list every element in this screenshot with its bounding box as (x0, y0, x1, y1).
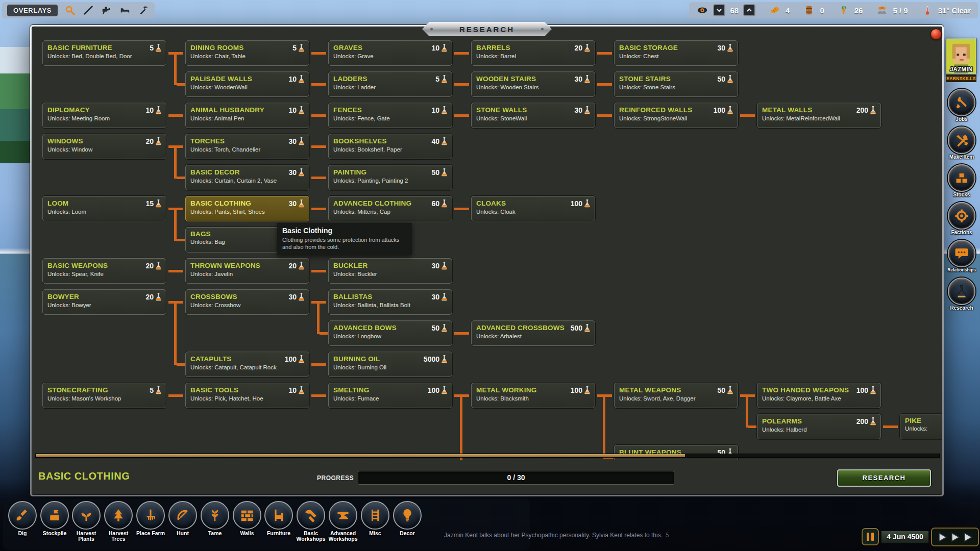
food-icon (769, 4, 781, 16)
date-display: 4 Jun 4500 (881, 531, 929, 543)
research-node-stone_walls[interactable]: STONE WALLS30Unlocks: StoneWall (471, 103, 595, 128)
research-node-barrels[interactable]: BARRELS20Unlocks: Barrel (471, 40, 595, 66)
research-node-pike[interactable]: PIKEUnlocks: (900, 414, 942, 439)
research-node-palisade_walls[interactable]: PALISADE WALLS10Unlocks: WoodenWall (185, 71, 309, 97)
research-node-fences[interactable]: FENCES10Unlocks: Fence, Gate (328, 103, 452, 128)
research-node-bowyer[interactable]: BOWYER20Unlocks: Bowyer (42, 289, 166, 315)
speed-1-button[interactable] (936, 531, 948, 543)
research-node-basic_tools[interactable]: BASIC TOOLS10Unlocks: Pick, Hatchet, Hoe (185, 383, 309, 408)
jobs-icon (954, 95, 969, 110)
research-node-basic_weapons[interactable]: BASIC WEAPONS20Unlocks: Spear, Knife (42, 258, 166, 284)
hammer-icon (303, 508, 318, 523)
furniture-overlay-icon[interactable] (119, 4, 131, 16)
research-node-thrown_weapons[interactable]: THROWN WEAPONS20Unlocks: Javelin (185, 258, 309, 284)
research-node-reinforced_walls[interactable]: REINFORCED WALLS100Unlocks: StrongStoneW… (614, 103, 738, 128)
sidebar-item-relationships[interactable]: Relationships (944, 240, 979, 272)
research-cost: 5000 (424, 355, 448, 363)
notification-text[interactable]: Jazmin Kent talks about her Psychopathic… (444, 532, 679, 539)
research-node-painting[interactable]: PAINTING50Unlocks: Painting, Painting 2 (328, 165, 452, 190)
research-cost: 10 (288, 106, 305, 114)
research-node-crossbows[interactable]: CROSSBOWS30Unlocks: Crossbow (185, 289, 309, 315)
toolbar-item-basic-workshops[interactable]: Basic Workshops (295, 501, 327, 542)
research-node-cloaks[interactable]: CLOAKS100Unlocks: Cloak (471, 196, 595, 221)
research-node-ladders[interactable]: LADDERS5Unlocks: Ladder (328, 71, 452, 97)
slope-overlay-icon[interactable] (82, 4, 94, 16)
toolbar-item-stockpile[interactable]: Stockpile (38, 501, 71, 536)
toolbar-item-furniture[interactable]: Furniture (262, 501, 295, 536)
toolbar-item-advanced-workshops[interactable]: Advanced Workshops (327, 501, 359, 542)
horizontal-scrollbar[interactable] (35, 454, 940, 458)
sidebar-item-research[interactable]: Research (944, 278, 979, 311)
pause-button[interactable] (862, 528, 879, 545)
research-node-torches[interactable]: TORCHES30Unlocks: Torch, Chandelier (185, 134, 309, 159)
scrollbar-thumb[interactable] (36, 454, 685, 457)
toolbar-item-place-farm[interactable]: Place Farm (134, 501, 167, 536)
close-button[interactable] (930, 29, 942, 40)
sidebar-item-stocks[interactable]: Stocks (944, 164, 979, 198)
flask-icon (441, 106, 448, 114)
research-node-burning_oil[interactable]: BURNING OIL5000Unlocks: Burning Oil (328, 352, 452, 377)
research-node-advanced_crossbows[interactable]: ADVANCED CROSSBOWS500Unlocks: Arbalest (471, 320, 595, 346)
tree-connector (317, 301, 320, 334)
water-overlay-icon[interactable] (101, 4, 113, 16)
search-icon[interactable] (64, 4, 76, 16)
character-portrait[interactable]: JAZMIN (946, 38, 976, 74)
research-node-basic_storage[interactable]: BASIC STORAGE30Unlocks: Chest (614, 40, 738, 66)
speed-3-button[interactable] (962, 531, 974, 543)
research-node-basic_clothing[interactable]: BASIC CLOTHING30Unlocks: Pants, Shirt, S… (185, 196, 309, 221)
research-node-basic_furniture[interactable]: BASIC FURNITURE5Unlocks: Bed, Double Bed… (42, 40, 166, 66)
overlays-button[interactable]: OVERLAYS (7, 5, 58, 16)
research-node-graves[interactable]: GRAVES10Unlocks: Grave (328, 40, 452, 66)
research-node-buckler[interactable]: BUCKLER30Unlocks: Buckler (328, 258, 452, 284)
toolbar-item-label: Basic Workshops (295, 531, 327, 542)
flask-icon (584, 199, 591, 208)
toolbar-item-walls[interactable]: Walls (231, 501, 263, 536)
research-node-metal_weapons[interactable]: METAL WEAPONS50Unlocks: Sword, Axe, Dagg… (614, 383, 738, 408)
research-node-catapults[interactable]: CATAPULTS100Unlocks: Catapult, Catapult … (185, 352, 309, 377)
flask-icon (441, 261, 448, 270)
research-node-ballistas[interactable]: BALLISTAS30Unlocks: Ballista, Ballista B… (328, 289, 452, 315)
depth-down-button[interactable] (713, 4, 725, 16)
flask-icon (441, 74, 448, 83)
toolbar-item-harvest-trees[interactable]: Harvest Trees (102, 501, 135, 542)
research-node-basic_decor[interactable]: BASIC DECOR30Unlocks: Curtain, Curtain 2… (185, 165, 309, 190)
research-node-advanced_clothing[interactable]: ADVANCED CLOTHING60Unlocks: Mittens, Cap (328, 196, 452, 221)
mining-overlay-icon[interactable] (137, 4, 150, 16)
toolbar-item-misc[interactable]: Misc (359, 501, 391, 536)
tree-connector (311, 208, 326, 210)
research-node-metal_walls[interactable]: METAL WALLS200Unlocks: MetalReinforcedWa… (757, 103, 881, 128)
toolbar-item-harvest-plants[interactable]: Harvest Plants (70, 501, 103, 542)
sidebar-item-factions[interactable]: Factions (944, 202, 979, 236)
research-node-polearms[interactable]: POLEARMS200Unlocks: Halberd (757, 414, 881, 439)
depth-up-button[interactable] (743, 4, 755, 16)
sidebar-item-make-item[interactable]: Make Item (944, 127, 979, 160)
research-node-metal_working[interactable]: METAL WORKING100Unlocks: Blacksmith (471, 383, 595, 408)
toolbar-item-hunt[interactable]: Hunt (166, 501, 199, 536)
research-node-two_handed_weapons[interactable]: TWO HANDED WEAPONS100Unlocks: Claymore, … (757, 383, 881, 408)
research-node-loom[interactable]: LOOM15Unlocks: Loom (42, 196, 166, 221)
research-unlocks: Unlocks: Pants, Shirt, Shoes (186, 208, 309, 215)
research-node-stonecrafting[interactable]: STONECRAFTING5Unlocks: Mason's Workshop (42, 383, 166, 408)
toolbar-item-decor[interactable]: Decor (391, 501, 424, 536)
research-node-wooden_stairs[interactable]: WOODEN STAIRS30Unlocks: Wooden Stairs (471, 71, 595, 97)
toolbar-item-dig[interactable]: Dig (6, 501, 39, 536)
research-node-advanced_bows[interactable]: ADVANCED BOWS50Unlocks: Longbow (328, 320, 452, 346)
research-button[interactable]: RESEARCH (837, 469, 931, 487)
research-cost: 30 (288, 199, 305, 208)
research-node-dining_rooms[interactable]: DINING ROOMS5Unlocks: Chair, Table (185, 40, 309, 66)
sidebar-item-label: Jobs (944, 117, 979, 122)
toolbar-item-tame[interactable]: Tame (199, 501, 231, 536)
research-cost: 15 (145, 199, 162, 208)
research-node-windows[interactable]: WINDOWS20Unlocks: Window (42, 134, 166, 159)
research-node-bookshelves[interactable]: BOOKSHELVES40Unlocks: Bookshelf, Paper (328, 134, 452, 159)
research-node-stone_stairs[interactable]: STONE STAIRS50Unlocks: Stone Stairs (614, 71, 738, 97)
research-name: STONE WALLS (476, 106, 527, 114)
tree-connector (174, 52, 177, 85)
sidebar-item-jobs[interactable]: Jobs (944, 89, 979, 122)
research-node-animal_husbandry[interactable]: ANIMAL HUSBANDRY10Unlocks: Animal Pen (185, 103, 309, 128)
tree-connector (168, 394, 183, 397)
research-node-diplomacy[interactable]: DIPLOMACY10Unlocks: Meeting Room (42, 103, 166, 128)
speed-2-button[interactable] (949, 531, 961, 543)
research-unlocks: Unlocks: Chair, Table (186, 52, 309, 59)
research-node-smelting[interactable]: SMELTING100Unlocks: Furnace (328, 383, 452, 408)
